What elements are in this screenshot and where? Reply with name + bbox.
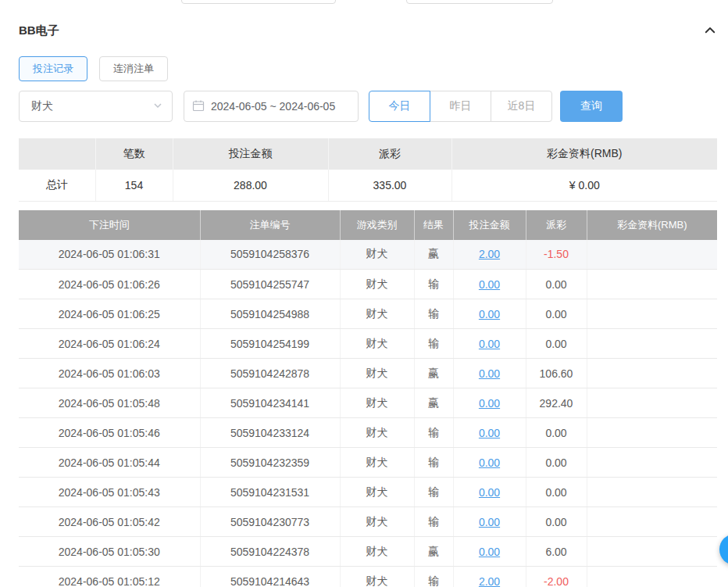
order-id-cell: 5059104233124 [200,418,340,448]
result-cell: 输 [414,299,453,329]
records-header-row: 下注时间 注单编号 游戏类别 结果 投注金额 派彩 彩金资料(RMB) [19,210,717,240]
bet-amount-link[interactable]: 0.00 [479,397,500,410]
bet-amount-link[interactable]: 0.00 [479,456,500,469]
quick-btn-last-8-days[interactable]: 近8日 [491,91,552,122]
order-id-cell: 5059104234141 [200,388,340,418]
search-button[interactable]: 查询 [560,91,623,122]
top-partial-input-2[interactable] [406,0,553,4]
table-row: 2024-06-05 01:05:305059104224378财犬赢0.006… [19,537,717,567]
records-header-order-id: 注单编号 [200,210,340,240]
payout-cell: 106.60 [526,359,587,388]
summary-header-count: 笔数 [95,138,173,170]
table-row: 2024-06-05 01:05:425059104230773财犬输0.000… [19,507,717,537]
bet-time-cell: 2024-06-05 01:05:48 [19,388,200,418]
payout-cell: -2.00 [526,567,587,587]
game-type-cell: 财犬 [340,270,414,299]
order-id-cell: 5059104232359 [200,448,340,478]
summary-bet-amount-value: 288.00 [173,170,328,201]
bet-amount-cell: 0.00 [453,478,526,507]
records-header-bet-time: 下注时间 [19,210,200,240]
payout-cell: 0.00 [526,478,587,507]
bet-amount-cell: 2.00 [453,567,526,587]
date-range-value: 2024-06-05 ~ 2024-06-05 [211,100,335,113]
summary-header-bet-amount: 投注金额 [173,138,328,170]
result-cell: 输 [414,418,453,448]
table-row: 2024-06-05 01:05:125059104214643财犬输2.00-… [19,567,717,587]
game-type-cell: 财犬 [340,537,414,567]
payout-cell: 292.40 [526,388,587,418]
bonus-cell [587,567,717,587]
summary-header-payout: 派彩 [328,138,451,170]
date-range-input[interactable]: 2024-06-05 ~ 2024-06-05 [184,91,359,122]
bet-time-cell: 2024-06-05 01:05:42 [19,507,200,537]
game-type-cell: 财犬 [340,240,414,270]
summary-header-row: 笔数 投注金额 派彩 彩金资料(RMB) [19,138,717,170]
summary-bonus-value: ¥ 0.00 [451,170,717,201]
bet-amount-link[interactable]: 0.00 [479,427,500,439]
quick-btn-yesterday[interactable]: 昨日 [430,91,491,122]
date-quick-button-group: 今日 昨日 近8日 [369,91,552,122]
top-partial-input-1[interactable] [181,0,336,4]
bonus-cell [587,507,717,537]
bet-amount-link[interactable]: 0.00 [479,367,500,380]
table-row: 2024-06-05 01:05:465059104233124财犬输0.000… [19,418,717,448]
result-cell: 赢 [414,240,453,270]
order-id-cell: 5059104242878 [200,359,340,388]
order-id-cell: 5059104214643 [200,567,340,587]
game-type-cell: 财犬 [340,448,414,478]
bet-amount-link[interactable]: 0.00 [479,486,500,499]
bet-amount-cell: 2.00 [453,240,526,270]
game-select[interactable]: 财犬 [19,91,173,122]
bonus-cell [587,537,717,567]
bet-time-cell: 2024-06-05 01:05:43 [19,478,200,507]
tabs: 投注记录 连消注单 [19,56,728,81]
bet-amount-cell: 0.00 [453,359,526,388]
summary-total-label: 总计 [19,170,95,201]
collapse-chevron-up-icon[interactable] [703,23,717,38]
payout-cell: -1.50 [526,240,587,270]
game-type-cell: 财犬 [340,478,414,507]
page: BB电子 投注记录 连消注单 财犬 2024-06-05 ~ 2024 [0,0,728,587]
table-row: 2024-06-05 01:06:265059104255747财犬输0.000… [19,270,717,299]
bet-amount-link[interactable]: 0.00 [479,278,500,291]
bet-amount-link[interactable]: 2.00 [479,248,500,260]
bonus-cell [587,388,717,418]
chevron-down-icon [153,100,162,113]
payout-cell: 0.00 [526,299,587,329]
result-cell: 输 [414,329,453,359]
customer-service-bubble[interactable] [719,534,728,565]
bet-time-cell: 2024-06-05 01:05:46 [19,418,200,448]
bet-amount-link[interactable]: 0.00 [479,308,500,320]
order-id-cell: 5059104224378 [200,537,340,567]
game-type-cell: 财犬 [340,299,414,329]
filter-row: 财犬 2024-06-05 ~ 2024-06-05 今日 昨日 近8日 查询 [19,91,728,122]
order-id-cell: 5059104231531 [200,478,340,507]
bet-amount-cell: 0.00 [453,507,526,537]
payout-cell: 0.00 [526,329,587,359]
order-id-cell: 5059104258376 [200,240,340,270]
bonus-cell [587,270,717,299]
game-type-cell: 财犬 [340,388,414,418]
bet-time-cell: 2024-06-05 01:05:30 [19,537,200,567]
payout-cell: 0.00 [526,448,587,478]
table-row: 2024-06-05 01:06:245059104254199财犬输0.000… [19,329,717,359]
game-type-cell: 财犬 [340,507,414,537]
table-row: 2024-06-05 01:05:485059104234141财犬赢0.002… [19,388,717,418]
bet-amount-link[interactable]: 0.00 [479,338,500,350]
calendar-icon [192,99,205,114]
result-cell: 赢 [414,537,453,567]
bonus-cell [587,418,717,448]
tab-cancelled-orders[interactable]: 连消注单 [99,56,168,81]
result-cell: 输 [414,270,453,299]
summary-header-blank [19,138,95,170]
bet-amount-link[interactable]: 2.00 [479,575,500,587]
bet-amount-link[interactable]: 0.00 [479,546,500,558]
game-type-cell: 财犬 [340,329,414,359]
quick-btn-today[interactable]: 今日 [369,91,430,122]
bonus-cell [587,329,717,359]
tab-bet-records[interactable]: 投注记录 [19,56,87,81]
bet-time-cell: 2024-06-05 01:05:12 [19,567,200,587]
bet-amount-link[interactable]: 0.00 [479,516,500,528]
summary-header-bonus: 彩金资料(RMB) [451,138,717,170]
bonus-cell [587,448,717,478]
